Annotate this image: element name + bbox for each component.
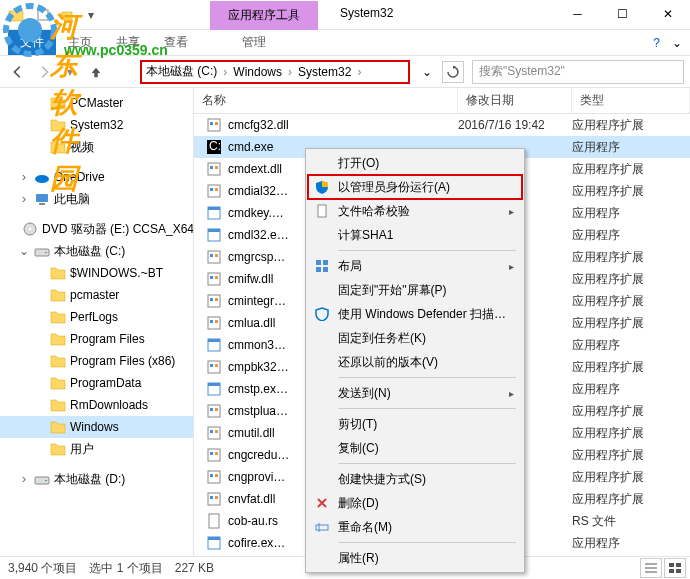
tree-item[interactable]: Program Files (x86) bbox=[0, 350, 193, 372]
breadcrumb-drive[interactable]: 本地磁盘 (C:) bbox=[146, 63, 217, 80]
context-menu-item[interactable]: 复制(C) bbox=[308, 436, 522, 460]
tree-item[interactable]: PCMaster bbox=[0, 92, 193, 114]
svg-rect-30 bbox=[210, 254, 213, 257]
search-input[interactable]: 搜索"System32" bbox=[472, 60, 684, 84]
ribbon-expand-icon[interactable]: ⌄ bbox=[672, 36, 682, 50]
file-type: 应用程序扩展 bbox=[572, 403, 690, 420]
svg-rect-50 bbox=[215, 408, 218, 411]
file-name: cnvfat.dll bbox=[228, 492, 275, 506]
context-menu-item[interactable]: 以管理员身份运行(A) bbox=[308, 175, 522, 199]
file-row[interactable]: cmcfg32.dll2016/7/16 19:42应用程序扩展 bbox=[194, 114, 690, 136]
context-menu-item[interactable]: 固定到任务栏(K) bbox=[308, 326, 522, 350]
qat-dropdown-icon[interactable]: ▾ bbox=[80, 4, 102, 26]
back-button[interactable] bbox=[6, 60, 30, 84]
tree-label: ProgramData bbox=[70, 376, 141, 390]
svg-rect-16 bbox=[215, 122, 218, 125]
close-button[interactable]: ✕ bbox=[645, 0, 690, 28]
context-menu-item[interactable]: 属性(R) bbox=[308, 546, 522, 570]
menu-view[interactable]: 查看 bbox=[152, 30, 200, 55]
expand-icon[interactable]: › bbox=[18, 171, 30, 183]
file-icon bbox=[206, 117, 222, 133]
tree-item[interactable]: PerfLogs bbox=[0, 306, 193, 328]
tree-label: 此电脑 bbox=[54, 191, 90, 208]
tree-item[interactable]: System32 bbox=[0, 114, 193, 136]
tree-item[interactable]: Windows bbox=[0, 416, 193, 438]
tree-label: System32 bbox=[70, 118, 123, 132]
menu-home[interactable]: 主页 bbox=[56, 30, 104, 55]
folder-icon bbox=[50, 441, 66, 457]
file-type: 应用程序 bbox=[572, 381, 690, 398]
context-menu-item[interactable]: 打开(O) bbox=[308, 151, 522, 175]
svg-rect-28 bbox=[208, 229, 220, 232]
svg-rect-79 bbox=[676, 569, 681, 573]
tree-item[interactable]: Program Files bbox=[0, 328, 193, 350]
svg-rect-57 bbox=[208, 471, 220, 483]
tree-item[interactable]: ›本地磁盘 (D:) bbox=[0, 468, 193, 490]
tree-item[interactable]: RmDownloads bbox=[0, 394, 193, 416]
file-icon bbox=[206, 205, 222, 221]
svg-rect-78 bbox=[669, 569, 674, 573]
context-menu-item[interactable]: 删除(D) bbox=[308, 491, 522, 515]
svg-rect-70 bbox=[323, 267, 328, 272]
help-icon[interactable]: ? bbox=[653, 36, 660, 50]
menu-manage[interactable]: 管理 bbox=[230, 30, 278, 55]
breadcrumb-windows[interactable]: Windows bbox=[233, 65, 282, 79]
menu-file[interactable]: 文件 bbox=[8, 30, 56, 55]
svg-rect-71 bbox=[316, 525, 328, 530]
column-name[interactable]: 名称 bbox=[194, 88, 458, 113]
column-date[interactable]: 修改日期 bbox=[458, 88, 572, 113]
qat-properties-icon[interactable] bbox=[32, 4, 54, 26]
context-menu-item[interactable]: 重命名(M) bbox=[308, 515, 522, 539]
tree-item[interactable]: DVD 驱动器 (E:) CCSA_X64… bbox=[0, 218, 193, 240]
svg-rect-7 bbox=[39, 203, 45, 205]
ribbon-context-tab[interactable]: 应用程序工具 bbox=[210, 1, 318, 30]
context-menu-item[interactable]: 使用 Windows Defender 扫描… bbox=[308, 302, 522, 326]
file-name: cmstp.ex… bbox=[228, 382, 288, 396]
qat-new-folder-icon[interactable] bbox=[56, 4, 78, 26]
forward-button[interactable] bbox=[32, 60, 56, 84]
svg-rect-77 bbox=[676, 563, 681, 567]
context-menu-item[interactable]: 还原以前的版本(V) bbox=[308, 350, 522, 374]
context-menu-item[interactable]: 剪切(T) bbox=[308, 412, 522, 436]
menu-share[interactable]: 共享 bbox=[104, 30, 152, 55]
svg-rect-52 bbox=[210, 430, 213, 433]
file-icon bbox=[206, 227, 222, 243]
context-menu-item[interactable]: 计算SHA1 bbox=[308, 223, 522, 247]
thumbnails-view-button[interactable] bbox=[664, 558, 686, 578]
context-menu-item[interactable]: 布局 bbox=[308, 254, 522, 278]
file-icon bbox=[206, 315, 222, 331]
file-type: 应用程序扩展 bbox=[572, 315, 690, 332]
tree-item[interactable]: pcmaster bbox=[0, 284, 193, 306]
tree-item[interactable]: ProgramData bbox=[0, 372, 193, 394]
address-bar[interactable]: 本地磁盘 (C:)› Windows› System32› bbox=[140, 60, 410, 84]
recent-dropdown-icon[interactable]: ▾ bbox=[58, 60, 82, 84]
expand-icon[interactable]: › bbox=[18, 193, 30, 205]
context-menu-item[interactable]: 固定到"开始"屏幕(P) bbox=[308, 278, 522, 302]
tree-item[interactable]: ›OneDrive bbox=[0, 166, 193, 188]
svg-rect-67 bbox=[316, 260, 321, 265]
tree-item[interactable]: 视频 bbox=[0, 136, 193, 158]
minimize-button[interactable]: ─ bbox=[555, 0, 600, 28]
tree-label: 本地磁盘 (D:) bbox=[54, 471, 125, 488]
context-menu-item[interactable]: 文件哈希校验 bbox=[308, 199, 522, 223]
breadcrumb-system32[interactable]: System32 bbox=[298, 65, 351, 79]
file-icon bbox=[206, 293, 222, 309]
column-type[interactable]: 类型 bbox=[572, 88, 690, 113]
up-button[interactable] bbox=[84, 60, 108, 84]
folder-icon bbox=[50, 139, 66, 155]
maximize-button[interactable]: ☐ bbox=[600, 0, 645, 28]
tree-label: 用户 bbox=[70, 441, 94, 458]
context-menu-item[interactable]: 发送到(N) bbox=[308, 381, 522, 405]
expand-icon[interactable]: › bbox=[18, 473, 30, 485]
context-menu-item[interactable]: 创建快捷方式(S) bbox=[308, 467, 522, 491]
address-dropdown-icon[interactable]: ⌄ bbox=[416, 61, 438, 83]
refresh-button[interactable] bbox=[442, 61, 464, 83]
file-name: cmgrcsp… bbox=[228, 250, 285, 264]
tree-item[interactable]: ⌄本地磁盘 (C:) bbox=[0, 240, 193, 262]
tree-item[interactable]: $WINDOWS.~BT bbox=[0, 262, 193, 284]
expand-icon[interactable]: ⌄ bbox=[18, 245, 30, 257]
svg-rect-19 bbox=[208, 163, 220, 175]
tree-item[interactable]: ›此电脑 bbox=[0, 188, 193, 210]
tree-item[interactable]: 用户 bbox=[0, 438, 193, 460]
details-view-button[interactable] bbox=[640, 558, 662, 578]
